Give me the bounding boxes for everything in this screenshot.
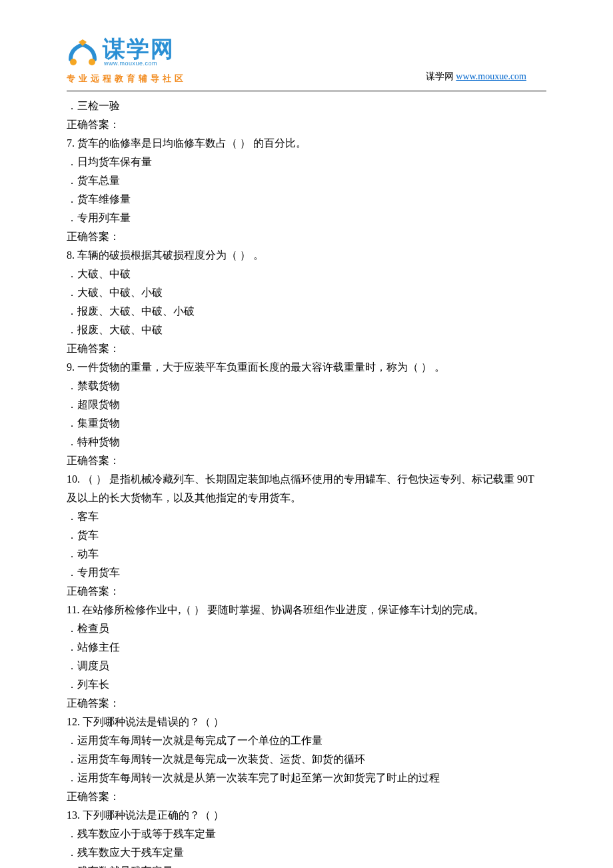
logo-icon (67, 39, 99, 67)
q8-option: ．报废、大破、中破 (67, 321, 546, 339)
document-body: ．三检一验 正确答案： 7. 货车的临修率是日均临修车数占（ ） 的百分比。 ．… (67, 97, 546, 869)
q9-answer: 正确答案： (67, 451, 546, 470)
q12-stem: 12. 下列哪种说法是错误的？（ ） (67, 713, 546, 731)
q7-option: ．货车总量 (67, 171, 546, 190)
q7-stem: 7. 货车的临修率是日均临修车数占（ ） 的百分比。 (67, 134, 546, 153)
q10-option: ．动车 (67, 545, 546, 563)
header-right-label: 谋学网 (426, 71, 454, 81)
q8-option: ．大破、中破 (67, 265, 546, 283)
q8-answer: 正确答案： (67, 339, 546, 358)
logo-text-wrap: 谋学网 www.mouxue.com (103, 37, 175, 69)
q11-stem: 11. 在站修所检修作业中,（ ） 要随时掌握、协调各班组作业进度，保证修车计划… (67, 601, 546, 619)
q9-option: ．特种货物 (67, 433, 546, 451)
q10-option: ．专用货车 (67, 563, 546, 582)
q11-option: ．站修主任 (67, 638, 546, 657)
q10-option: ．客车 (67, 507, 546, 526)
q13-option: ．残车数应小于或等于残车定量 (67, 825, 546, 843)
q11-option: ．检查员 (67, 619, 546, 638)
q8-stem: 8. 车辆的破损根据其破损程度分为（ ） 。 (67, 246, 546, 265)
q11-answer: 正确答案： (67, 694, 546, 713)
logo-title: 谋学网 (103, 37, 175, 60)
q9-option: ．禁载货物 (67, 377, 546, 395)
q12-option: ．运用货车每周转一次就是每完成一次装货、运货、卸货的循环 (67, 750, 546, 769)
q6-option: ．三检一验 (67, 97, 546, 115)
logo-subtitle: 专业远程教育辅导社区 (67, 71, 187, 87)
q11-option: ．调度员 (67, 657, 546, 675)
q9-stem: 9. 一件货物的重量，大于应装平车负重面长度的最大容许载重量时，称为（ ） 。 (67, 358, 546, 377)
page-header: 谋学网 www.mouxue.com 专业远程教育辅导社区 谋学网 www.mo… (67, 37, 546, 87)
q13-stem: 13. 下列哪种说法是正确的？（ ） (67, 806, 546, 825)
q11-option: ．列车长 (67, 675, 546, 694)
header-right: 谋学网 www.mouxue.com (426, 69, 546, 87)
logo-block: 谋学网 www.mouxue.com 专业远程教育辅导社区 (67, 37, 187, 87)
q10-stem: 10. （ ） 是指机械冷藏列车、长期固定装卸地点循环使用的专用罐车、行包快运专… (67, 470, 546, 507)
q7-option: ．专用列车量 (67, 209, 546, 227)
q7-option: ．日均货车保有量 (67, 153, 546, 171)
q12-answer: 正确答案： (67, 787, 546, 806)
svg-point-2 (89, 59, 95, 65)
q8-option: ．大破、中破、小破 (67, 283, 546, 302)
q6-answer: 正确答案： (67, 115, 546, 134)
header-link[interactable]: www.mouxue.com (456, 71, 526, 81)
header-divider (67, 91, 546, 91)
q10-answer: 正确答案： (67, 582, 546, 601)
q8-option: ．报废、大破、中破、小破 (67, 302, 546, 321)
q13-option: ．残车数就是残车定量 (67, 862, 546, 869)
q12-option: ．运用货车每周转一次就是从第一次装车完了时起至第一次卸货完了时止的过程 (67, 769, 546, 787)
q9-option: ．超限货物 (67, 395, 546, 414)
q10-option: ．货车 (67, 526, 546, 545)
logo-top-row: 谋学网 www.mouxue.com (67, 37, 187, 69)
q9-option: ．集重货物 (67, 414, 546, 433)
q7-option: ．货车维修量 (67, 190, 546, 209)
q13-option: ．残车数应大于残车定量 (67, 843, 546, 862)
q7-answer: 正确答案： (67, 227, 546, 246)
q12-option: ．运用货车每周转一次就是每完成了一个单位的工作量 (67, 731, 546, 750)
svg-point-1 (70, 59, 77, 65)
